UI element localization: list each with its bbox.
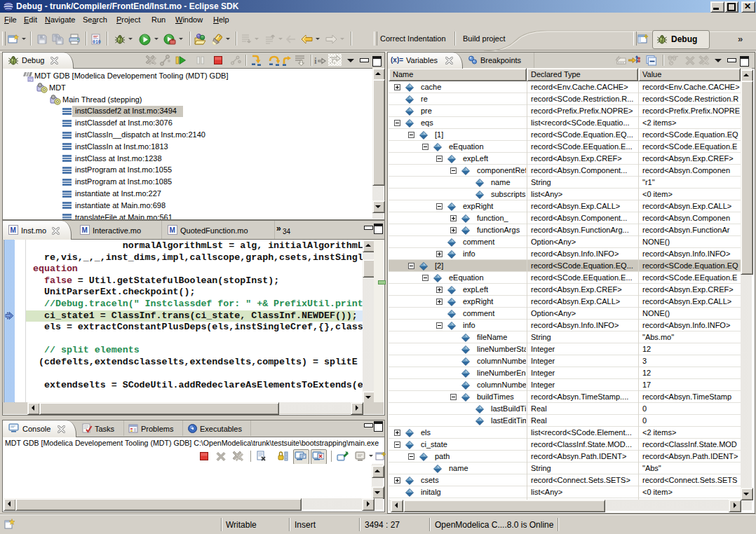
- svg-text:i: i: [314, 55, 317, 66]
- svg-text:M: M: [170, 226, 175, 234]
- svg-text:M: M: [11, 226, 16, 234]
- svg-text:M: M: [82, 226, 88, 234]
- svg-text:010: 010: [93, 40, 101, 45]
